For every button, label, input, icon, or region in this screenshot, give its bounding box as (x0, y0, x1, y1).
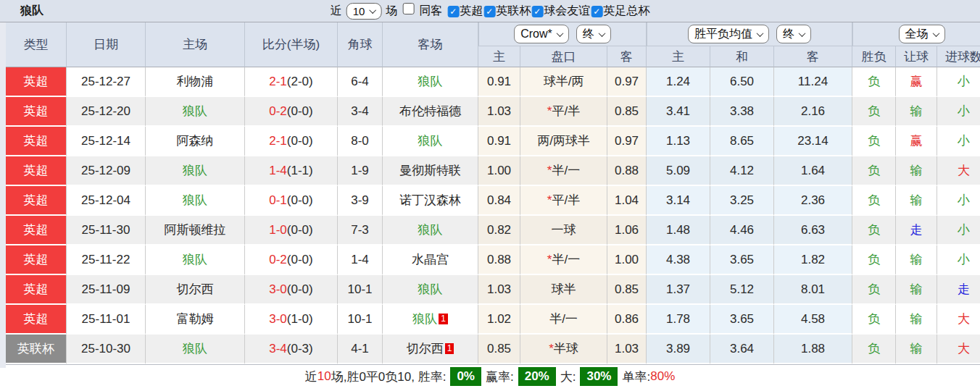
red-card-badge: 1 (439, 314, 448, 324)
type-cell: 英超 (6, 97, 67, 127)
away-odds-cell: 1.06 (607, 216, 647, 245)
type-cell: 英超 (6, 245, 67, 275)
home-team-cell: 阿森纳 (146, 127, 245, 156)
handicap-rate-badge: 20% (518, 367, 556, 386)
subcol-avg-home: 主 (647, 46, 710, 67)
handicap-result-cell: 输 (896, 97, 937, 127)
away-team-cell: 布伦特福德 (383, 97, 478, 127)
scope-select[interactable]: 全场 (899, 25, 945, 43)
odds-state-select[interactable]: 终 (576, 25, 611, 43)
avg-draw-cell: 3.25 (710, 186, 774, 216)
summary-record: 场,胜0平0负10, 胜率: (331, 369, 447, 385)
corners-cell: 3-4 (338, 97, 383, 127)
matches-label: 场 (386, 4, 397, 19)
home-odds-cell: 0.91 (478, 127, 520, 156)
halftime-score: (0-0) (287, 134, 313, 148)
fulltime-score: 3-0 (269, 282, 287, 296)
avg-away-cell: 1.82 (774, 245, 852, 275)
table-row: 英联杯25-10-30狼队3-4(0-3)4-1切尔西10.85*半球1.033… (6, 335, 980, 364)
goals-result-cell: 大 (937, 156, 980, 186)
col-header-date: 日期 (67, 22, 146, 67)
away-team-cell: 水晶宫 (383, 245, 478, 275)
filter-checkbox-league-2[interactable]: ✓ (483, 6, 495, 17)
type-cell: 英超 (6, 186, 67, 216)
outcome-cell: 负 (852, 245, 896, 275)
date-cell: 25-12-27 (67, 67, 146, 97)
away-team-name: 曼彻斯特联 (399, 164, 461, 177)
handicap-result-cell: 赢 (896, 67, 937, 97)
avg-type-select[interactable]: 胜平负均值 (688, 25, 769, 43)
handicap-line: 球半/两 (544, 75, 584, 88)
away-team-name: 狼队 (418, 282, 443, 296)
outcome-cell: 负 (852, 275, 896, 305)
score-cell: 3-0(1-0) (245, 305, 338, 335)
away-team-cell: 狼队1 (383, 305, 478, 335)
away-team-name: 狼队 (412, 312, 437, 326)
home-team-cell: 富勒姆 (146, 305, 245, 335)
avg-home-cell: 4.38 (647, 245, 710, 275)
subcol-goals: 进球数 (937, 46, 980, 67)
handicap-cell: 两/两球半 (520, 127, 607, 156)
outcome-cell: 负 (852, 335, 896, 364)
avg-draw-cell: 3.64 (710, 335, 774, 364)
away-odds-cell: 0.86 (607, 305, 647, 335)
filter-checkbox-league-1[interactable]: ✓ (447, 6, 459, 17)
date-cell: 25-10-30 (67, 335, 146, 364)
avg-draw-cell: 3.38 (710, 97, 774, 127)
type-cell: 英超 (6, 216, 67, 245)
avg-draw-cell: 4.46 (710, 216, 774, 245)
handicap-line: 半/一 (549, 312, 578, 326)
home-team-cell: 狼队 (146, 335, 245, 364)
halftime-score: (0-3) (287, 342, 313, 356)
handicap-result-cell: 赢 (896, 127, 937, 156)
left-margin-strip (0, 22, 6, 368)
handicap-cell: 半/一 (520, 305, 607, 335)
filter-label: 同客 (419, 4, 442, 17)
away-odds-cell: 1.03 (607, 335, 647, 364)
home-team-cell: 狼队 (146, 156, 245, 186)
away-team-cell: 狼队 (383, 127, 478, 156)
filter-checkbox-same-away[interactable] (402, 3, 414, 14)
away-team-cell: 曼彻斯特联 (383, 156, 478, 186)
handicap-cell: *半/一 (520, 156, 607, 186)
summary-count: 10 (317, 369, 331, 384)
handicap-cell: *平/半 (520, 97, 607, 127)
home-odds-cell: 0.85 (478, 335, 520, 364)
avg-away-cell: 1.88 (774, 335, 852, 364)
handicap-cell: 球半/两 (520, 67, 607, 97)
avg-state-select[interactable]: 终 (776, 25, 811, 43)
corners-cell: 3-9 (338, 186, 383, 216)
date-cell: 25-12-04 (67, 186, 146, 216)
home-team-name: 狼队 (183, 342, 207, 356)
avg-away-cell: 2.36 (774, 186, 852, 216)
away-odds-cell: 0.85 (607, 97, 647, 127)
filter-checkbox-league-3[interactable]: ✓ (531, 6, 543, 17)
avg-group-header: 胜平负均值 终 (647, 22, 852, 46)
outcome-cell: 负 (852, 186, 896, 216)
halftime-score: (1-1) (287, 164, 313, 177)
away-odds-cell: 1.04 (607, 186, 647, 216)
home-team-cell: 切尔西 (146, 275, 245, 305)
odds-company-select[interactable]: Crow* (514, 25, 569, 43)
team-title: 狼队 (20, 4, 43, 19)
subcol-handicap-result: 让球 (896, 46, 937, 67)
avg-away-cell: 11.24 (774, 67, 852, 97)
filter-bar: 近 10 场 同客✓英超✓英联杯✓球会友谊✓英足总杯 (331, 0, 650, 22)
avg-away-cell: 23.14 (774, 127, 852, 156)
recent-count-select[interactable]: 10 (346, 3, 382, 20)
filter-checkbox-league-4[interactable]: ✓ (591, 6, 602, 17)
odds-company-value: Crow* (520, 28, 552, 41)
fulltime-score: 2-1 (269, 75, 287, 88)
away-team-cell: 狼队 (383, 216, 478, 245)
handicap-line: 球半 (552, 282, 576, 296)
score-cell: 0-2(0-0) (245, 245, 338, 275)
away-team-name: 水晶宫 (412, 253, 449, 266)
home-odds-cell: 1.00 (478, 156, 520, 186)
table-row: 英超25-11-09切尔西3-0(0-0)10-1狼队1.03球半0.851.3… (6, 275, 980, 305)
handicap-result-cell: 走 (896, 216, 937, 245)
subcol-odds-away: 客 (607, 46, 647, 67)
chevron-down-icon (799, 30, 806, 37)
matches-table: 类型 日期 主场 比分(半场) 角球 客场 Crow* 终 (6, 22, 980, 365)
filter-label: 英超 (460, 4, 483, 17)
score-cell: 3-4(0-3) (245, 335, 338, 364)
